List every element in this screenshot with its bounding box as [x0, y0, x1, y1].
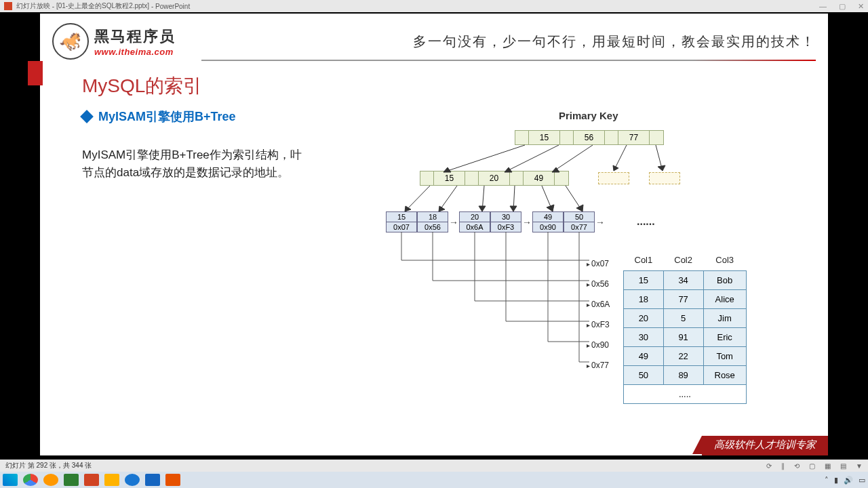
svg-marker-17: [510, 206, 517, 211]
start-button[interactable]: [3, 474, 18, 486]
svg-line-6: [614, 145, 627, 171]
svg-marker-15: [479, 206, 486, 211]
svg-line-14: [482, 186, 484, 211]
svg-line-0: [443, 145, 525, 172]
sync-icon[interactable]: ⟳: [766, 462, 772, 470]
app-icon-2[interactable]: [165, 474, 180, 486]
reading-view-icon[interactable]: ▤: [840, 462, 846, 470]
leaf-row: 150x07 180x56 → 200x6A 300xF3 → 490x90 5…: [386, 211, 606, 232]
close-button[interactable]: ✕: [858, 2, 864, 11]
logo-icon: 🐎: [52, 23, 89, 60]
data-table: Col1Col2Col3 1534Bob 1877Alice 205Jim 30…: [623, 251, 747, 404]
app-icon-1[interactable]: [64, 474, 79, 486]
minimize-button[interactable]: —: [819, 2, 827, 11]
svg-marker-19: [547, 205, 554, 211]
volume-icon[interactable]: 🔊: [844, 476, 853, 485]
titlebar: 幻灯片放映 - [01-史上最全的SQL教程2.pptx] - PowerPoi…: [0, 0, 868, 12]
app-mode: 幻灯片放映: [16, 1, 50, 11]
svg-marker-9: [658, 165, 665, 171]
svg-marker-21: [576, 205, 583, 211]
red-footer: 高级软件人才培训专家: [702, 436, 828, 455]
status-icons: ⟳ ∥ ⟲ ▢ ▦ ▤ ▼: [766, 462, 863, 470]
explorer-icon[interactable]: [104, 474, 119, 486]
svg-line-12: [439, 186, 457, 211]
logo: 🐎 黑马程序员 www.itheima.com: [52, 23, 176, 60]
app-suffix: PowerPoint: [155, 3, 190, 10]
root-node: 155677: [515, 130, 664, 145]
logo-url: www.itheima.com: [94, 47, 176, 57]
btree-diagram: Primary Key 155677 152049 150x07 180x56 …: [352, 110, 786, 415]
phantom-node-1: [598, 172, 629, 184]
svg-line-2: [505, 145, 559, 172]
addr-lines: [386, 232, 603, 394]
statusbar: 幻灯片 第 292 张，共 344 张 ⟳ ∥ ⟲ ▢ ▦ ▤ ▼: [0, 460, 868, 472]
svg-line-10: [405, 186, 430, 211]
primary-key-label: Primary Key: [559, 110, 618, 121]
leaf-ellipsis: ......: [637, 216, 655, 228]
svg-marker-13: [439, 206, 445, 211]
slide-area[interactable]: 🐎 黑马程序员 www.itheima.com 多一句没有，少一句不行，用最短时…: [0, 12, 868, 460]
logo-cn: 黑马程序员: [94, 26, 176, 47]
svg-line-16: [513, 186, 515, 211]
svg-marker-7: [613, 165, 618, 171]
underline: [201, 60, 816, 61]
edge-icon[interactable]: [125, 474, 140, 486]
slide-title: MySQL的索引: [82, 73, 202, 99]
svg-line-20: [566, 186, 583, 211]
maximize-button[interactable]: ▢: [839, 2, 846, 11]
mid-node: 152049: [420, 171, 569, 186]
svg-line-4: [552, 145, 593, 172]
tray-up-icon[interactable]: ˄: [825, 476, 829, 485]
body-text: MyISAM引擎使用B+Tree作为索引结构，叶节点的data域存放的是数据记录…: [82, 146, 313, 181]
replay-icon[interactable]: ⟲: [794, 462, 800, 470]
sorter-view-icon[interactable]: ▦: [825, 462, 831, 470]
slide: 🐎 黑马程序员 www.itheima.com 多一句没有，少一句不行，用最短时…: [40, 14, 828, 455]
powerpoint-icon: [4, 2, 12, 10]
file-name: [01-史上最全的SQL教程2.pptx]: [56, 1, 149, 11]
subtitle-bullet: MyISAM引擎使用B+Tree: [82, 108, 236, 125]
red-accent: [28, 61, 43, 85]
slideshow-view-icon[interactable]: ▼: [856, 462, 863, 470]
normal-view-icon[interactable]: ▢: [809, 462, 815, 470]
subtitle: MyISAM引擎使用B+Tree: [98, 108, 236, 125]
diamond-icon: [80, 110, 94, 123]
svg-line-8: [656, 145, 663, 171]
powerpoint-taskbar-icon[interactable]: [84, 474, 99, 486]
slogan: 多一句没有，少一句不行，用最短时间，教会最实用的技术！: [413, 33, 816, 51]
slide-counter: 幻灯片 第 292 张，共 344 张: [5, 461, 92, 470]
notification-icon[interactable]: ▭: [859, 476, 865, 485]
pause-icon[interactable]: ∥: [781, 462, 785, 470]
browser-icon[interactable]: [43, 474, 58, 486]
svg-line-18: [542, 186, 553, 211]
address-column: 0x070x56 0x6A0xF3 0x900x77: [587, 253, 610, 375]
phantom-node-2: [649, 172, 680, 184]
taskbar[interactable]: ˄ ▮ 🔊 ▭: [0, 472, 868, 488]
battery-icon[interactable]: ▮: [834, 476, 838, 485]
chrome-icon[interactable]: [23, 474, 38, 486]
word-icon[interactable]: [145, 474, 160, 486]
svg-marker-11: [405, 206, 411, 211]
